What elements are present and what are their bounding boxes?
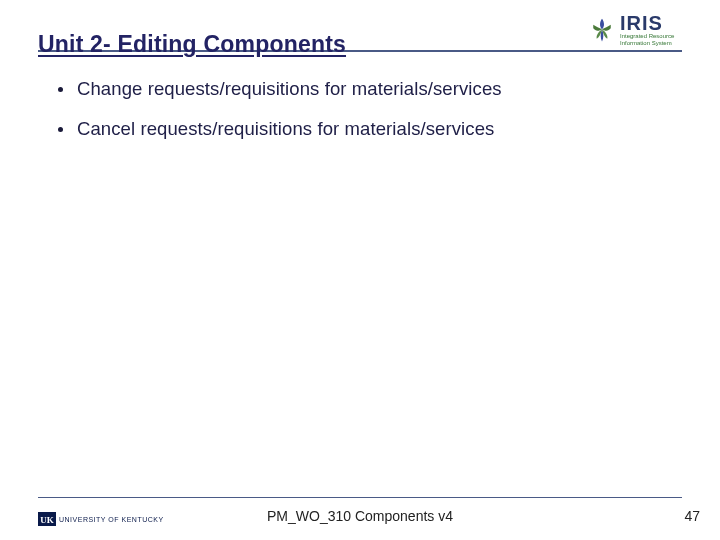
iris-logo-text: IRIS Integrated Resource Information Sys… bbox=[620, 13, 674, 46]
bullet-text: Change requests/requisitions for materia… bbox=[77, 78, 502, 100]
content-body: Change requests/requisitions for materia… bbox=[58, 78, 662, 158]
list-item: Change requests/requisitions for materia… bbox=[58, 78, 662, 100]
iris-flower-icon bbox=[588, 16, 616, 44]
iris-logo-tagline1: Integrated Resource bbox=[620, 33, 674, 40]
iris-logo-tagline2: Information System bbox=[620, 40, 674, 47]
footer-doc-id: PM_WO_310 Components v4 bbox=[0, 508, 720, 524]
iris-logo: IRIS Integrated Resource Information Sys… bbox=[588, 10, 682, 50]
list-item: Cancel requests/requisitions for materia… bbox=[58, 118, 662, 140]
bullet-icon bbox=[58, 87, 63, 92]
header: Unit 2- Editing Components bbox=[38, 18, 682, 58]
footer-divider bbox=[38, 497, 682, 498]
bullet-icon bbox=[58, 127, 63, 132]
slide: Unit 2- Editing Components IRIS Integrat… bbox=[0, 0, 720, 540]
iris-logo-name: IRIS bbox=[620, 13, 674, 33]
page-number: 47 bbox=[684, 508, 700, 524]
bullet-text: Cancel requests/requisitions for materia… bbox=[77, 118, 494, 140]
page-title: Unit 2- Editing Components bbox=[38, 31, 346, 58]
